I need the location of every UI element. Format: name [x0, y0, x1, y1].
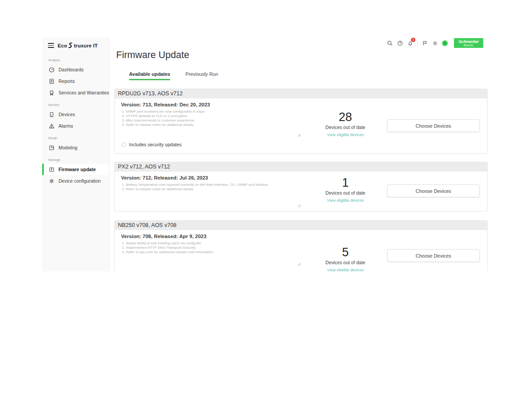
security-label: Includes security updates — [129, 142, 181, 147]
brand-line2: Electric — [464, 44, 473, 47]
award-icon — [49, 90, 55, 96]
card-title: RPDU2G v713, AOS v712 — [115, 89, 487, 98]
topbar: 3 Schneider Electric — [387, 38, 483, 48]
ecostruxure-logo: Eco truxure IT — [58, 42, 98, 49]
release-note: HTTPS defaults to TLS v1.2 encryption — [122, 114, 204, 118]
card-title: PX2 v712, AOS v712 — [115, 162, 487, 172]
release-note: Misc improvements to customer experience — [122, 118, 204, 123]
firmware-card-px2: PX2 v712, AOS v712 Version: 712, Release… — [114, 162, 488, 211]
view-eligible-devices-link[interactable]: View eligible devices — [327, 268, 364, 271]
release-note: SNMP port numbers are now configurable i… — [122, 110, 204, 114]
view-eligible-devices-link[interactable]: View eligible devices — [327, 198, 364, 203]
section-label-analyze: Analyze — [48, 58, 109, 62]
sidebar: Eco truxure IT Analyze Dashboards Report… — [42, 38, 110, 271]
document-icon — [49, 78, 55, 84]
sidebar-item-services-warranties[interactable]: Services and Warranties — [42, 87, 109, 98]
page-title: Firmware Update — [116, 50, 189, 61]
release-notes: Added ability to edit existing users via… — [122, 241, 213, 254]
device-count-column: 28 Devices out of date View eligible dev… — [317, 110, 374, 138]
device-gear-icon — [49, 178, 55, 184]
firmware-card-nb250: NB250 v708, AOS v708 Version: 708, Relea… — [114, 220, 488, 271]
tab-available-updates[interactable]: Available updates — [129, 71, 170, 80]
settings-gear-icon[interactable] — [432, 40, 438, 46]
device-count-column: 1 Devices out of date View eligible devi… — [317, 176, 374, 203]
devices-out-of-date-label: Devices out of date — [317, 260, 374, 265]
hamburger-menu-icon[interactable] — [48, 43, 54, 48]
devices-out-of-date-count: 28 — [317, 110, 374, 124]
topbar-divider — [417, 40, 418, 46]
active-tab-underline — [129, 79, 170, 80]
choose-devices-button[interactable]: Choose Devices — [387, 184, 480, 197]
devices-out-of-date-count: 1 — [317, 176, 374, 189]
sidebar-logo-row: Eco truxure IT — [48, 42, 98, 49]
release-notes: Battery Temperature now reported correct… — [122, 183, 268, 192]
section-label-monitor: Monitor — [48, 103, 109, 107]
devices-out-of-date-label: Devices out of date — [317, 125, 374, 130]
notifications-bell-icon[interactable]: 3 — [407, 40, 413, 46]
app-window: Eco truxure IT Analyze Dashboards Report… — [42, 38, 490, 271]
sidebar-item-label: Alarms — [59, 123, 73, 129]
release-note: Refer to release notes for additional de… — [122, 187, 268, 192]
sidebar-item-alarms[interactable]: Alarms — [42, 120, 109, 132]
sidebar-item-dashboards[interactable]: Dashboards — [42, 64, 109, 75]
sidebar-item-label: Modeling — [59, 145, 78, 150]
search-icon[interactable] — [387, 40, 393, 46]
radio-circle-icon — [121, 142, 126, 147]
includes-security-updates-radio[interactable]: Includes security updates — [121, 142, 181, 147]
section-label-manage: Manage — [48, 158, 109, 162]
tab-label: Previously Run — [185, 71, 218, 77]
sidebar-item-modeling[interactable]: Modeling — [42, 142, 109, 153]
tab-bar: Available updates Previously Run — [129, 71, 218, 80]
sidebar-item-label: Reports — [59, 78, 75, 84]
release-note: Added ability to edit existing users via… — [122, 241, 213, 246]
choose-devices-button[interactable]: Choose Devices — [387, 249, 480, 262]
gauge-icon — [49, 67, 55, 73]
tab-previously-run[interactable]: Previously Run — [185, 71, 218, 80]
card-title: NB250 v708, AOS v708 — [115, 221, 487, 230]
version-line: Version: 712, Released: Jul 26, 2023 — [121, 175, 208, 180]
notification-badge: 3 — [411, 38, 415, 42]
version-line: Version: 708, Released: Apr 9, 2023 — [121, 234, 207, 239]
device-count-column: 5 Devices out of date View eligible devi… — [317, 246, 374, 271]
sidebar-item-label: Devices — [59, 112, 75, 117]
view-eligible-devices-link[interactable]: View eligible devices — [327, 133, 364, 137]
flag-icon[interactable] — [422, 40, 428, 46]
release-note: Implemented HTTP Strict Transport Securi… — [122, 246, 213, 250]
help-icon[interactable] — [397, 40, 403, 46]
firmware-box-icon — [49, 167, 55, 172]
sidebar-item-firmware-update[interactable]: Firmware update — [42, 164, 109, 175]
resize-grip-icon[interactable] — [297, 262, 301, 266]
sidebar-item-device-configuration[interactable]: Device configuration — [42, 175, 109, 187]
user-avatar[interactable] — [442, 40, 448, 46]
logo-prefix: Eco — [58, 43, 67, 48]
sidebar-item-label: Device configuration — [59, 178, 101, 184]
sidebar-item-label: Firmware update — [59, 167, 96, 172]
sidebar-item-reports[interactable]: Reports — [42, 75, 109, 87]
firmware-card-rpdu2g: RPDU2G v713, AOS v712 Version: 713, Rele… — [114, 89, 488, 154]
version-line: Version: 713, Released: Dec 20, 2023 — [121, 102, 210, 107]
release-note: Refer to release notes for additional de… — [122, 123, 204, 127]
tab-label: Available updates — [129, 71, 170, 77]
ecostruxure-loop-icon — [67, 42, 73, 49]
section-label-model: Model — [48, 136, 109, 140]
resize-grip-icon[interactable] — [297, 204, 301, 207]
logo-suffix: truxure IT — [74, 43, 98, 48]
sidebar-item-label: Services and Warranties — [59, 90, 109, 95]
brand-line1: Schneider — [458, 39, 479, 44]
sidebar-nav: Analyze Dashboards Reports Services and … — [42, 54, 109, 187]
floorplan-icon — [49, 145, 55, 151]
device-icon — [49, 112, 55, 117]
sidebar-item-label: Dashboards — [59, 67, 84, 72]
devices-out-of-date-label: Devices out of date — [317, 190, 374, 196]
release-notes: SNMP port numbers are now configurable i… — [122, 110, 204, 127]
sidebar-item-devices[interactable]: Devices — [42, 109, 109, 120]
devices-out-of-date-count: 5 — [317, 246, 374, 259]
release-note: Battery Temperature now reported correct… — [122, 183, 268, 187]
warning-triangle-icon — [49, 123, 55, 129]
release-note: Refer to apc.com for additional release … — [122, 250, 213, 254]
choose-devices-button[interactable]: Choose Devices — [387, 119, 480, 132]
resize-grip-icon[interactable] — [297, 133, 301, 137]
schneider-electric-logo[interactable]: Schneider Electric — [454, 38, 483, 48]
